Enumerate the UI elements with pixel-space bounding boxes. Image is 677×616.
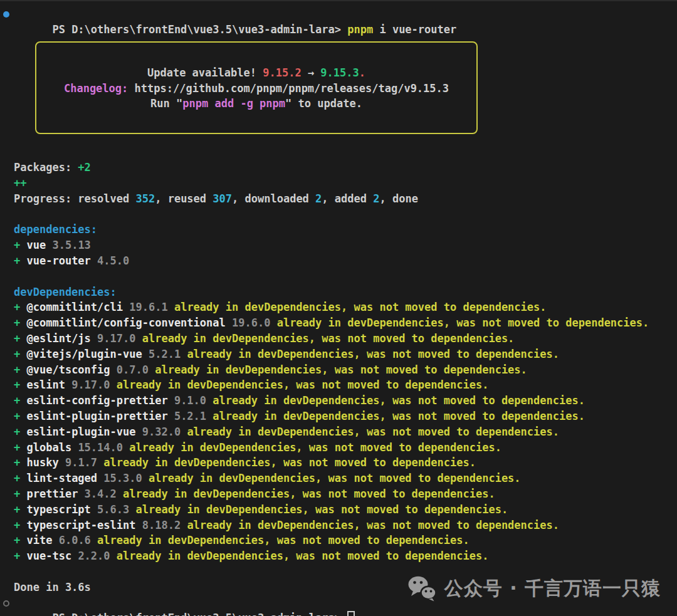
package-name: typescript-eslint: [26, 519, 135, 531]
not-moved-message: already in devDependencies, was not move…: [97, 456, 476, 469]
package-name: vite: [26, 534, 52, 546]
text-segment: Packages:: [14, 161, 78, 174]
not-moved-message: already in devDependencies, was not move…: [129, 503, 508, 516]
package-version: 9.1.0: [168, 394, 206, 407]
plus-icon: +: [14, 534, 26, 546]
text-segment: .: [359, 66, 365, 79]
added-count: 2: [373, 192, 379, 205]
package-name: prettier: [26, 488, 78, 500]
dependency-row: + vue-router 4.5.0: [14, 253, 677, 269]
packages-line: Packages: +2: [14, 160, 677, 175]
package-version: 19.6.0: [226, 316, 271, 329]
package-name: eslint-plugin-vue: [26, 425, 135, 438]
command-pending-indicator-icon: [3, 600, 9, 607]
terminal-output: PS D:\others\frontEnd\vue3.5\vue3-admin-…: [0, 1, 677, 610]
not-moved-message: already in devDependencies, was not move…: [91, 534, 470, 546]
plus-icon: +: [14, 254, 26, 267]
package-name: @commitlint/config-conventional: [26, 316, 225, 329]
packages-added-count: +2: [78, 161, 90, 174]
package-version: 19.6.1: [123, 301, 168, 313]
text-segment: PS D:\others\frontEnd\vue3.5\vue3-admin-…: [52, 612, 347, 616]
blank-line: [14, 269, 677, 285]
plus-icon: +: [14, 472, 26, 484]
plus-icon: +: [14, 488, 26, 500]
not-moved-message: already in devDependencies, was not move…: [181, 519, 559, 531]
package-version: 8.18.2: [135, 519, 181, 531]
update-available-line: Update available! 9.15.2 → 9.15.3.: [36, 65, 476, 81]
package-version: 5.2.1: [142, 348, 181, 360]
dev-dependency-row: + eslint 9.17.0 already in devDependenci…: [14, 377, 677, 393]
changelog-label: Changelog:: [64, 82, 135, 95]
dev-dependency-row: + husky 9.1.7 already in devDependencies…: [14, 455, 677, 471]
text-segment: Progress: resolved: [14, 192, 135, 205]
dependencies-header: dependencies:: [14, 222, 677, 238]
plus-icon: +: [14, 456, 26, 469]
package-version: 9.32.0: [135, 425, 181, 438]
arrow: →: [302, 66, 321, 79]
dev-dependency-row: + vite 6.0.6 already in devDependencies,…: [14, 533, 677, 548]
package-name: typescript: [26, 503, 90, 516]
plus-icon: +: [14, 503, 26, 516]
plus-icon: +: [14, 425, 26, 438]
package-name: @eslint/js: [26, 332, 90, 345]
dev-dependency-row: + @commitlint/config-conventional 19.6.0…: [14, 315, 677, 331]
progress-ticks-line: ++: [14, 175, 677, 191]
text-segment: Update available!: [147, 66, 263, 79]
dev-dependency-row: + typescript 5.6.3 already in devDepende…: [14, 502, 677, 518]
plus-icon: +: [14, 378, 26, 391]
section-title: devDependencies:: [14, 286, 117, 298]
package-version: 9.17.0: [65, 378, 110, 391]
package-name: vue-tsc: [26, 550, 71, 562]
package-name: @vitejs/plugin-vue: [26, 348, 142, 360]
not-moved-message: already in devDependencies, was not move…: [110, 550, 489, 562]
not-moved-message: already in devDependencies, was not move…: [149, 363, 527, 376]
package-name: globals: [26, 441, 71, 454]
package-name: eslint-config-prettier: [26, 394, 167, 407]
package-name: husky: [26, 456, 58, 469]
new-version: 9.15.3: [320, 66, 359, 79]
dev-dependency-row: + @vue/tsconfig 0.7.0 already in devDepe…: [14, 362, 677, 378]
package-name: vue: [26, 239, 46, 251]
resolved-count: 352: [135, 192, 155, 205]
section-title: dependencies:: [14, 223, 97, 236]
not-moved-message: already in devDependencies, was not move…: [181, 348, 559, 360]
text-segment: PS D:\others\frontEnd\vue3.5\vue3-admin-…: [52, 23, 347, 36]
not-moved-message: already in devDependencies, was not move…: [168, 301, 547, 313]
old-version: 9.15.2: [263, 66, 301, 79]
text-segment: , reused: [155, 192, 213, 205]
plus-icon: +: [14, 410, 26, 422]
text-segment: , added: [322, 192, 373, 205]
plus-icon: +: [14, 316, 26, 329]
dev-dependency-row: + @commitlint/cli 19.6.1 already in devD…: [14, 300, 677, 315]
dev-dependencies-header: devDependencies:: [14, 285, 677, 300]
changelog-line: Changelog: https://github.com/pnpm/pnpm/…: [36, 81, 476, 97]
not-moved-message: already in devDependencies, was not move…: [270, 316, 649, 329]
package-version: 9.17.0: [91, 332, 136, 345]
dev-dependency-row: + prettier 3.4.2 already in devDependenc…: [14, 486, 677, 502]
not-moved-message: already in devDependencies, was not move…: [142, 472, 521, 484]
package-version: 6.0.6: [52, 534, 90, 546]
package-version: 0.7.0: [110, 363, 149, 376]
watermark: 公众号 · 千言万语一只猿: [407, 575, 661, 602]
prompt-line-command: PS D:\others\frontEnd\vue3.5\vue3-admin-…: [14, 6, 677, 22]
plus-icon: +: [14, 301, 26, 313]
package-name: lint-staged: [26, 472, 97, 484]
changelog-url[interactable]: https://github.com/pnpm/pnpm/releases/ta…: [135, 82, 449, 95]
package-version: 15.14.0: [71, 441, 123, 454]
not-moved-message: already in devDependencies, was not move…: [110, 378, 489, 391]
package-version: 3.4.2: [78, 488, 116, 500]
dev-dependency-row: + lint-staged 15.3.0 already in devDepen…: [14, 471, 677, 486]
dev-dependencies-list: + @commitlint/cli 19.6.1 already in devD…: [14, 300, 677, 564]
dev-dependency-row: + eslint-plugin-prettier 5.2.1 already i…: [14, 409, 677, 424]
command-name: pnpm: [347, 23, 373, 36]
dev-dependency-row: + eslint-config-prettier 9.1.0 already i…: [14, 393, 677, 409]
text-segment: , downloaded: [232, 192, 315, 205]
update-notice-box: Update available! 9.15.2 → 9.15.3. Chang…: [35, 41, 478, 134]
plus-icon: +: [14, 519, 26, 531]
dev-dependency-row: + vue-tsc 2.2.0 already in devDependenci…: [14, 548, 677, 564]
package-name: @commitlint/cli: [26, 301, 123, 313]
dev-dependency-row: + eslint-plugin-vue 9.32.0 already in de…: [14, 424, 677, 440]
package-version: 3.5.13: [46, 239, 91, 251]
update-command: pnpm add -g pnpm: [182, 97, 285, 110]
command-args: i vue-router: [373, 23, 456, 36]
